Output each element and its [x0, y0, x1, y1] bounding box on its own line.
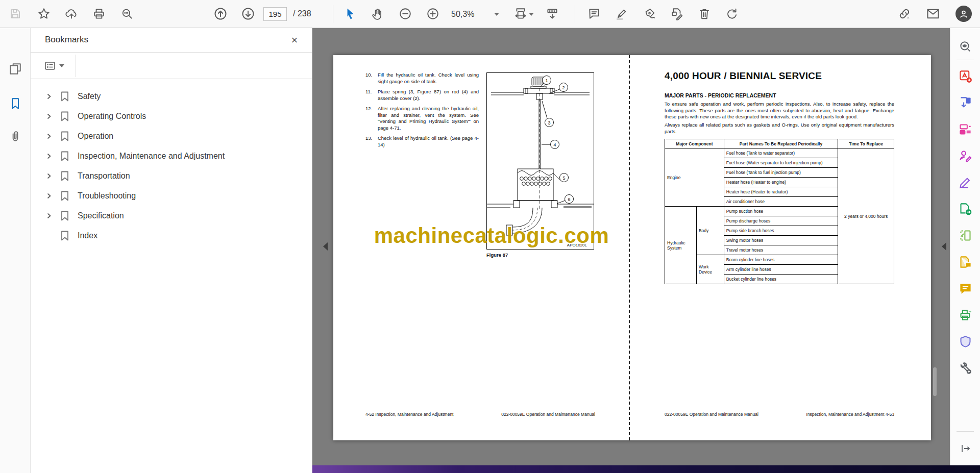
- body-paragraph: To ensure safe operation and work, perfo…: [665, 101, 894, 120]
- request-signatures-icon[interactable]: [955, 252, 975, 272]
- bookmark-item-troubleshooting[interactable]: Troubleshooting: [31, 186, 312, 206]
- page-number-input[interactable]: [263, 7, 287, 21]
- bookmarks-list: Safety Operating Controls Operation Insp…: [31, 79, 312, 245]
- body-paragraph: Always replace all related parts such as…: [665, 122, 894, 135]
- instruction-steps: 10.Fill the hydraulic oil tank. Check le…: [365, 72, 479, 152]
- zoom-out-icon[interactable]: [394, 3, 416, 25]
- export-pdf-icon[interactable]: [955, 92, 975, 113]
- account-avatar[interactable]: [955, 6, 972, 22]
- section-heading: MAJOR PARTS - PERIODIC REPLACEMENT: [665, 92, 776, 98]
- callout-2: 2: [562, 85, 565, 90]
- collapse-left-panel-icon[interactable]: [322, 241, 329, 252]
- bookmarks-panel-header: Bookmarks ×: [31, 28, 312, 53]
- chevron-right-icon[interactable]: [45, 212, 53, 220]
- search-icon[interactable]: [116, 3, 138, 25]
- bookmark-icon: [60, 191, 69, 201]
- bookmark-item-transportation[interactable]: Transportation: [31, 166, 312, 186]
- callout-5: 5: [562, 176, 565, 181]
- callout-6: 6: [568, 197, 570, 202]
- callout-4: 4: [553, 142, 556, 147]
- zoom-level-select[interactable]: 50,3%: [445, 5, 505, 23]
- comment-tool-icon[interactable]: [955, 172, 975, 192]
- toolbar-divider: [333, 5, 333, 23]
- page-up-icon[interactable]: [209, 3, 232, 25]
- rail-divider: [957, 60, 974, 60]
- step-11: 11.Place spring (3, Figure 87) on rod (4…: [365, 89, 479, 102]
- callout-1: 1: [545, 78, 548, 83]
- chevron-right-icon[interactable]: [45, 172, 53, 180]
- page-thumbnails-icon[interactable]: [4, 58, 27, 80]
- right-page-footer-right: Inspection, Maintenance and Adjustment 4…: [806, 412, 894, 417]
- print-icon[interactable]: [88, 3, 110, 25]
- left-page-footer-right: 022-00059E Operation and Maintenance Man…: [501, 412, 595, 417]
- select-cursor-icon[interactable]: [339, 3, 361, 25]
- bookmarks-panel-title: Bookmarks: [45, 35, 88, 45]
- email-icon[interactable]: [922, 3, 944, 25]
- right-tools-rail: [950, 28, 980, 465]
- bookmark-item-safety[interactable]: Safety: [31, 86, 312, 106]
- create-pdf-icon[interactable]: [955, 66, 975, 86]
- scroll-mode-icon[interactable]: [541, 3, 564, 25]
- close-icon[interactable]: ×: [286, 32, 303, 48]
- bookmark-icon: [60, 211, 69, 221]
- figure-caption: Figure 87: [486, 252, 508, 258]
- more-tools-icon[interactable]: [955, 358, 975, 378]
- left-page-footer-left: 4-52 Inspection, Maintenance and Adjustm…: [365, 412, 453, 417]
- star-icon[interactable]: [33, 3, 55, 25]
- chevron-right-icon[interactable]: [45, 192, 53, 200]
- organize-pages-icon[interactable]: [955, 225, 975, 245]
- bookmark-icon: [60, 151, 69, 161]
- hand-tool-icon[interactable]: [366, 3, 389, 25]
- figure-87-diagram: 1 2 3 4 5 6 APO1020L: [486, 72, 594, 250]
- sign-pen-icon[interactable]: [638, 3, 660, 25]
- save-icon[interactable]: [4, 3, 27, 25]
- bookmark-options-icon[interactable]: [41, 58, 67, 74]
- attachments-icon[interactable]: [4, 125, 27, 147]
- page-down-icon[interactable]: [237, 3, 259, 25]
- bookmarks-icon[interactable]: [4, 92, 27, 115]
- bookmark-item-specification[interactable]: Specification: [31, 206, 312, 226]
- collapse-rail-icon[interactable]: [955, 438, 975, 459]
- chevron-right-icon[interactable]: [45, 152, 53, 160]
- chevron-right-icon[interactable]: [45, 112, 53, 120]
- page-spread: 10.Fill the hydraulic oil tank. Check le…: [333, 55, 931, 440]
- table-row: EngineFuel hose (Tank to water separator…: [665, 148, 894, 158]
- annotations-icon[interactable]: [955, 278, 975, 298]
- pdf-viewer-window: / 238 50,3% Bookmarks ×: [0, 0, 980, 473]
- search-document-icon[interactable]: [955, 36, 975, 57]
- top-toolbar: / 238 50,3%: [0, 0, 980, 28]
- bookmark-item-operation[interactable]: Operation: [31, 126, 312, 146]
- document-area: 10.Fill the hydraulic oil tank. Check le…: [312, 28, 950, 465]
- watermark-text: machinecatalogic.com: [356, 223, 627, 248]
- bookmark-item-index[interactable]: Index: [31, 226, 312, 245]
- fill-sign-icon[interactable]: [955, 145, 975, 166]
- chevron-down-icon[interactable]: [529, 13, 534, 16]
- zoom-in-icon[interactable]: [422, 3, 444, 25]
- step-12: 12.After replacing and cleaning the hydr…: [365, 106, 479, 131]
- highlighter-icon[interactable]: [610, 3, 633, 25]
- edit-pdf-icon[interactable]: [955, 119, 975, 139]
- print-production-icon[interactable]: [955, 305, 975, 325]
- step-13: 13.Check level of hydraulic oil tank. (S…: [365, 135, 479, 148]
- callout-3: 3: [548, 120, 550, 126]
- share-link-icon[interactable]: [893, 3, 916, 25]
- comment-icon[interactable]: [583, 3, 605, 25]
- right-page-footer: 022-00059E Operation and Maintenance Man…: [665, 412, 894, 417]
- collapse-right-panel-icon[interactable]: [940, 241, 947, 252]
- periodic-replacement-table: Major Component Part Names To Be Replace…: [665, 139, 894, 284]
- table-header-row: Major Component Part Names To Be Replace…: [665, 139, 894, 148]
- cloud-upload-icon[interactable]: [60, 3, 83, 25]
- vertical-scrollbar-thumb[interactable]: [933, 367, 937, 396]
- bookmark-item-operating-controls[interactable]: Operating Controls: [31, 106, 312, 126]
- bookmark-icon: [60, 91, 69, 102]
- rail-divider: [957, 431, 974, 432]
- protect-icon[interactable]: [955, 331, 975, 352]
- send-pdf-icon[interactable]: [955, 198, 975, 219]
- chevron-right-icon[interactable]: [45, 132, 53, 140]
- bookmarks-panel: Bookmarks × Safety Operating Controls: [31, 28, 312, 473]
- edit-page-icon[interactable]: [666, 3, 688, 25]
- rotate-icon[interactable]: [721, 3, 743, 25]
- bookmark-item-inspection-maintenance[interactable]: Inspection, Maintenance and Adjustment: [31, 146, 312, 166]
- chevron-right-icon[interactable]: [45, 92, 53, 101]
- trash-icon[interactable]: [693, 3, 716, 25]
